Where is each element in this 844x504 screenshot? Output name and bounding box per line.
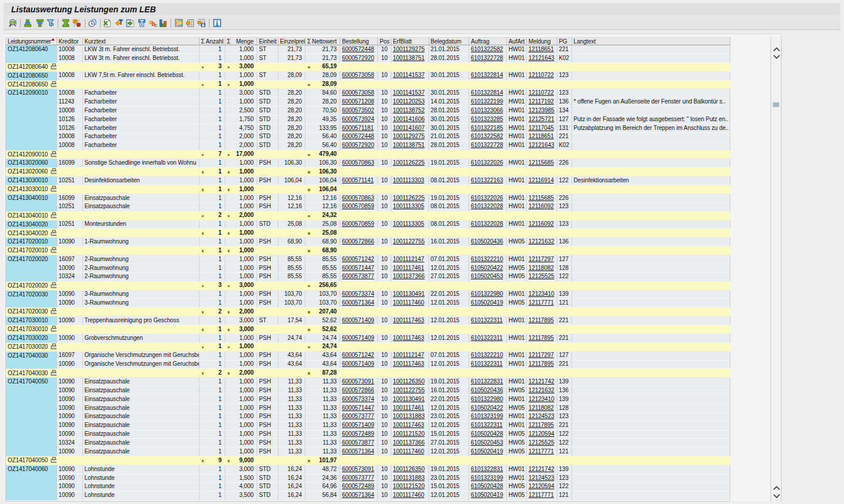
svg-text:c: c: [154, 22, 157, 28]
